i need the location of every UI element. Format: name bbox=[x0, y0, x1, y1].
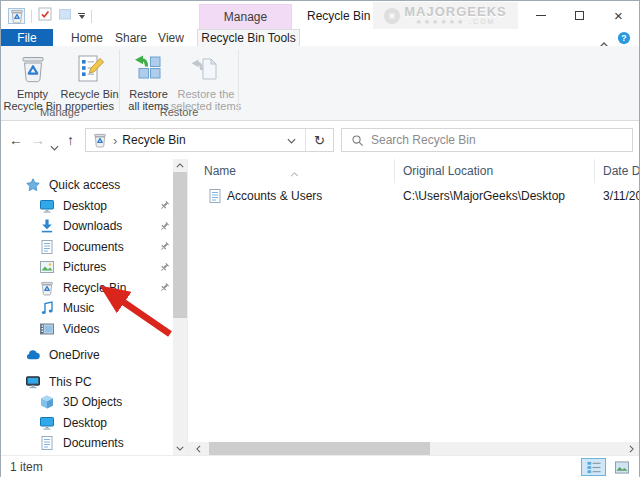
details-view-button[interactable] bbox=[581, 458, 606, 476]
qat-properties-icon[interactable] bbox=[38, 7, 52, 25]
address-dropdown-icon[interactable] bbox=[287, 133, 296, 147]
tab-share[interactable]: Share bbox=[111, 29, 151, 46]
column-header-name[interactable]: Name bbox=[188, 159, 395, 183]
button-label: Recycle Bin bbox=[60, 88, 118, 100]
documents-icon bbox=[39, 435, 55, 451]
document-icon bbox=[207, 188, 223, 204]
close-icon: × bbox=[614, 8, 623, 23]
scroll-down-icon[interactable] bbox=[173, 442, 187, 455]
sidebar-item-desktop-pc[interactable]: Desktop bbox=[1, 413, 173, 434]
recycle-bin-icon bbox=[39, 280, 55, 296]
qat-new-folder-icon[interactable] bbox=[58, 7, 72, 25]
pin-icon bbox=[159, 262, 170, 273]
column-header-original-location[interactable]: Original Location bbox=[395, 159, 595, 183]
breadcrumb-chevron-icon[interactable]: › bbox=[113, 133, 117, 148]
large-icons-view-button[interactable] bbox=[609, 458, 634, 476]
sidebar-item-label: OneDrive bbox=[49, 348, 100, 362]
quick-access-toolbar bbox=[8, 7, 92, 25]
documents-icon bbox=[39, 239, 55, 255]
pin-icon bbox=[159, 221, 170, 232]
column-header-date-deleted[interactable]: Date De bbox=[595, 159, 639, 183]
scrollbar-thumb[interactable] bbox=[173, 172, 187, 318]
search-box[interactable] bbox=[341, 128, 633, 152]
sidebar-item-label: Videos bbox=[63, 322, 99, 336]
up-button[interactable]: ↑ bbox=[67, 132, 74, 148]
navigation-pane: Quick access Desktop Downloads Documents… bbox=[1, 159, 173, 455]
back-button[interactable]: ← bbox=[9, 132, 23, 148]
column-header-label: Date De bbox=[603, 164, 639, 178]
sidebar-item-onedrive[interactable]: OneDrive bbox=[1, 345, 173, 366]
sidebar-item-music[interactable]: Music bbox=[1, 298, 173, 319]
qat-customize-dropdown[interactable] bbox=[78, 13, 85, 19]
sidebar-item-label: Documents bbox=[63, 240, 124, 254]
sidebar-item-recycle-bin[interactable]: Recycle Bin bbox=[1, 278, 173, 299]
tab-recycle-bin-tools[interactable]: Recycle Bin Tools bbox=[197, 29, 300, 46]
search-input[interactable] bbox=[371, 133, 591, 147]
recycle-bin-icon bbox=[92, 132, 108, 148]
sidebar-item-label: This PC bbox=[49, 375, 92, 389]
navigation-bar: ← → ↑ › Recycle Bin ↻ bbox=[1, 121, 639, 159]
breadcrumb[interactable]: › Recycle Bin bbox=[86, 129, 305, 151]
majorgeeks-watermark: MAJORGEEKS ★★★★★★ .COM bbox=[373, 2, 518, 29]
large-icons-view-icon bbox=[614, 461, 630, 474]
pin-icon bbox=[159, 241, 170, 252]
svg-text:?: ? bbox=[621, 33, 626, 43]
contextual-tab-group-header[interactable]: Manage bbox=[199, 4, 292, 29]
qat-separator bbox=[31, 10, 32, 23]
item-count: 1 item bbox=[10, 460, 43, 474]
file-row-accounts-users[interactable]: Accounts & Users C:\Users\MajorGeeks\Des… bbox=[188, 186, 639, 206]
pin-icon bbox=[159, 200, 170, 211]
empty-recycle-bin-icon bbox=[17, 53, 49, 85]
file-name[interactable]: Accounts & Users bbox=[227, 189, 322, 203]
button-label: Empty bbox=[17, 88, 48, 100]
explorer-window: Manage Recycle Bin MAJORGEEKS ★★★★★★ .CO… bbox=[0, 0, 640, 477]
sidebar-item-documents[interactable]: Documents bbox=[1, 237, 173, 258]
restore-all-items-icon bbox=[133, 53, 165, 85]
sidebar-item-label: Desktop bbox=[63, 199, 107, 213]
ribbon-group-label-manage: Manage bbox=[1, 106, 119, 118]
ribbon-group-label-restore: Restore bbox=[119, 106, 239, 118]
scroll-up-icon[interactable] bbox=[173, 159, 187, 172]
minimize-icon bbox=[536, 15, 546, 16]
music-icon bbox=[39, 300, 55, 316]
refresh-button[interactable]: ↻ bbox=[305, 129, 333, 151]
sidebar-item-downloads[interactable]: Downloads bbox=[1, 216, 173, 237]
restore-selected-items-button: Restore the selected items bbox=[175, 51, 237, 112]
desktop-icon bbox=[39, 415, 55, 431]
star-icon bbox=[25, 177, 41, 193]
sidebar-item-videos[interactable]: Videos bbox=[1, 319, 173, 340]
address-bar[interactable]: › Recycle Bin ↻ bbox=[85, 128, 334, 152]
ribbon-tab-row: File Home Share View Recycle Bin Tools ? bbox=[1, 29, 639, 46]
scrollbar-thumb[interactable] bbox=[209, 442, 430, 455]
recent-locations-dropdown-icon[interactable] bbox=[50, 137, 59, 155]
close-button[interactable]: × bbox=[599, 2, 638, 28]
maximize-button[interactable] bbox=[560, 2, 599, 28]
pin-icon bbox=[159, 282, 170, 293]
tab-home[interactable]: Home bbox=[63, 29, 111, 46]
sidebar-scrollbar[interactable] bbox=[173, 159, 187, 455]
horizontal-scrollbar[interactable] bbox=[188, 442, 639, 455]
breadcrumb-location[interactable]: Recycle Bin bbox=[122, 133, 185, 147]
sidebar-item-this-pc[interactable]: This PC bbox=[1, 372, 173, 393]
sidebar-item-label: Quick access bbox=[49, 178, 120, 192]
scroll-left-icon[interactable] bbox=[190, 442, 206, 455]
title-bar: Manage Recycle Bin MAJORGEEKS ★★★★★★ .CO… bbox=[1, 1, 639, 29]
sidebar-item-desktop[interactable]: Desktop bbox=[1, 196, 173, 217]
empty-recycle-bin-button[interactable]: Empty Recycle Bin bbox=[5, 51, 60, 112]
tab-file[interactable]: File bbox=[1, 29, 53, 46]
tab-view[interactable]: View bbox=[151, 29, 191, 46]
help-icon[interactable]: ? bbox=[617, 31, 631, 45]
sidebar-item-label: Documents bbox=[63, 436, 124, 450]
sidebar-item-documents-pc[interactable]: Documents bbox=[1, 433, 173, 454]
sidebar-item-3d-objects[interactable]: 3D Objects bbox=[1, 392, 173, 413]
restore-all-items-button[interactable]: Restore all items bbox=[123, 51, 174, 112]
scroll-right-icon[interactable] bbox=[624, 442, 639, 455]
recycle-bin-properties-button[interactable]: Recycle Bin properties bbox=[61, 51, 118, 112]
ribbon-group-separator bbox=[119, 50, 120, 112]
sidebar-item-label: Music bbox=[63, 301, 94, 315]
sidebar-item-quick-access[interactable]: Quick access bbox=[1, 175, 173, 196]
qat-separator bbox=[91, 10, 92, 23]
minimize-button[interactable] bbox=[521, 2, 560, 28]
sidebar-item-pictures[interactable]: Pictures bbox=[1, 257, 173, 278]
column-header-label: Name bbox=[204, 164, 236, 178]
